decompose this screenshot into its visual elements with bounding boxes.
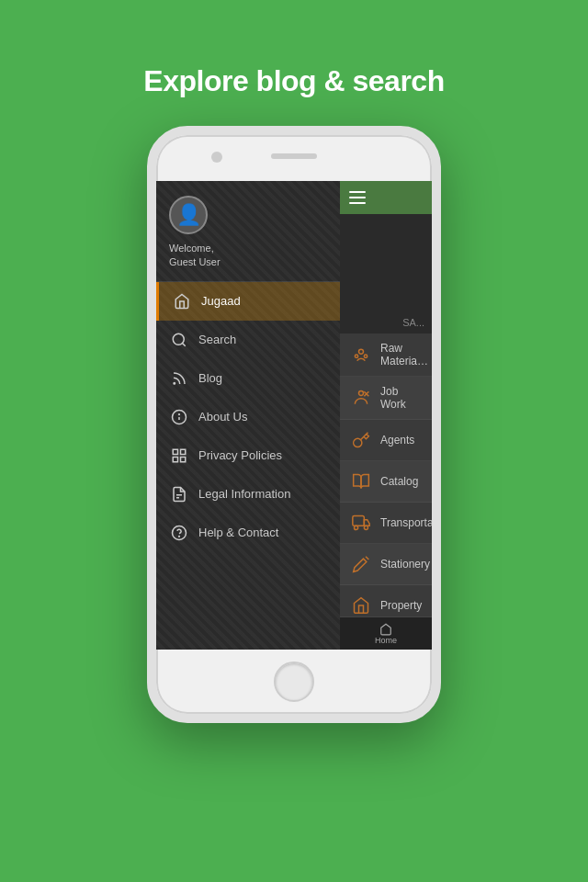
sidebar-item-search[interactable]: Search — [156, 321, 340, 359]
job-work-label: Job Work — [380, 385, 423, 411]
category-catalog[interactable]: Catalog — [340, 461, 432, 503]
phone-camera — [211, 152, 222, 163]
right-content-area: SA... — [340, 214, 432, 334]
property-icon — [349, 594, 373, 616]
sidebar-item-privacy[interactable]: Privacy Policies — [156, 436, 340, 475]
welcome-text: Welcome, Guest User — [169, 242, 220, 270]
transportation-icon — [349, 511, 373, 535]
transportation-label: Transportat… — [380, 516, 432, 529]
svg-line-1 — [182, 343, 185, 345]
svg-point-17 — [359, 391, 364, 396]
home-icon — [172, 291, 192, 311]
svg-point-15 — [355, 355, 357, 357]
svg-point-0 — [173, 334, 184, 345]
svg-point-2 — [174, 382, 175, 384]
sidebar-item-help-label: Help & Contact — [198, 526, 278, 539]
privacy-icon — [169, 446, 189, 466]
phone-speaker — [271, 153, 317, 159]
sidebar-item-jugaad-label: Jugaad — [201, 294, 241, 308]
raw-material-label: Raw Materia… — [380, 342, 428, 368]
svg-rect-6 — [173, 449, 177, 454]
categories-list: Raw Materia… Job Work — [340, 334, 432, 616]
sidebar-item-privacy-label: Privacy Policies — [198, 448, 282, 462]
svg-rect-8 — [173, 457, 177, 461]
catalog-icon — [349, 469, 373, 493]
sidebar-item-legal[interactable]: Legal Information — [156, 475, 340, 514]
stationery-icon — [349, 552, 373, 576]
sample-label: SA... — [402, 317, 424, 328]
search-icon — [169, 330, 189, 350]
bottom-nav[interactable]: Home — [340, 616, 432, 650]
help-icon — [169, 523, 189, 543]
category-agents[interactable]: Agents — [340, 420, 432, 461]
svg-rect-9 — [181, 457, 186, 461]
category-property[interactable]: Property — [340, 585, 432, 616]
drawer-menu: Jugaad Search — [156, 282, 340, 650]
avatar: 👤 — [169, 196, 208, 234]
drawer-header: 👤 Welcome, Guest User — [156, 181, 340, 282]
svg-rect-7 — [181, 449, 186, 454]
legal-icon — [169, 484, 189, 504]
drawer: 👤 Welcome, Guest User Jugaad — [156, 181, 340, 650]
agents-icon — [349, 428, 373, 452]
sidebar-item-blog[interactable]: Blog — [156, 359, 340, 398]
category-job-work[interactable]: Job Work — [340, 377, 432, 420]
svg-point-14 — [359, 349, 364, 354]
right-panel: SA... Raw Materia… — [340, 181, 432, 650]
sidebar-item-search-label: Search — [198, 333, 236, 346]
hamburger-icon[interactable] — [349, 191, 366, 204]
svg-point-21 — [355, 526, 358, 529]
page-title: Explore blog & search — [143, 64, 444, 98]
bottom-nav-label: Home — [375, 636, 397, 645]
info-icon — [169, 407, 189, 427]
catalog-label: Catalog — [380, 475, 418, 488]
agents-label: Agents — [380, 434, 414, 447]
avatar-icon: 👤 — [176, 203, 201, 227]
category-raw-material[interactable]: Raw Materia… — [340, 334, 432, 377]
phone-bottom — [156, 650, 432, 714]
sidebar-item-legal-label: Legal Information — [198, 487, 290, 501]
rss-icon — [169, 368, 189, 389]
category-transportation[interactable]: Transportat… — [340, 503, 432, 544]
sidebar-item-blog-label: Blog — [198, 371, 222, 385]
svg-line-23 — [366, 557, 368, 560]
phone-screen: 👤 Welcome, Guest User Jugaad — [156, 181, 432, 650]
svg-rect-20 — [353, 516, 365, 526]
sidebar-item-about-label: About Us — [198, 410, 247, 424]
home-button[interactable] — [274, 662, 314, 702]
job-work-icon — [349, 386, 373, 410]
sidebar-item-jugaad[interactable]: Jugaad — [156, 282, 340, 321]
phone-mockup: 👤 Welcome, Guest User Jugaad — [147, 126, 441, 723]
right-header — [340, 181, 432, 214]
category-stationery[interactable]: Stationery — [340, 544, 432, 585]
phone-top — [156, 135, 432, 181]
svg-point-22 — [364, 526, 368, 529]
sidebar-item-help[interactable]: Help & Contact — [156, 514, 340, 552]
property-label: Property — [380, 599, 422, 612]
raw-material-icon — [349, 343, 373, 367]
stationery-label: Stationery — [380, 558, 430, 571]
sidebar-item-about[interactable]: About Us — [156, 398, 340, 436]
svg-point-16 — [364, 355, 367, 357]
